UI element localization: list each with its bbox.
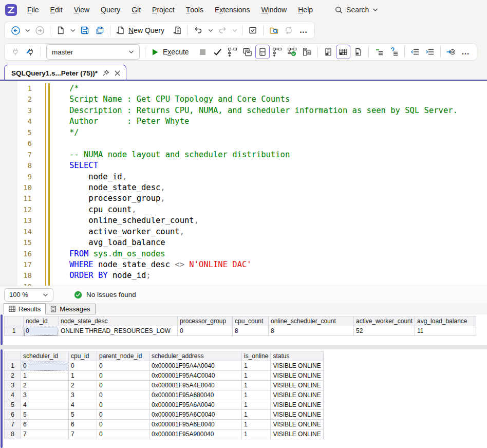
menu-window[interactable]: Window (255, 0, 292, 20)
grid-cell[interactable]: 11 (415, 326, 476, 336)
grid-cell[interactable]: 1 (242, 400, 271, 410)
grid-cell[interactable]: 8 (233, 326, 269, 336)
code-line[interactable]: 1/* (0, 83, 487, 94)
grid-cell[interactable]: 1 (21, 371, 69, 381)
code-line[interactable]: 2Script Name : Get CPU Topology and Core… (0, 94, 487, 105)
grid2-left-scrollbar[interactable] (1, 349, 3, 448)
grid-column-header[interactable]: cpu_id (69, 351, 97, 361)
grid-cell[interactable]: 0 (97, 410, 149, 420)
redo-history-chevron[interactable] (230, 23, 239, 38)
code-line[interactable]: 10 node_state_desc, (0, 182, 487, 193)
toolbar-overflow-button[interactable]: … (296, 23, 311, 38)
back-history-chevron[interactable] (23, 23, 32, 38)
menu-git[interactable]: Git (126, 0, 146, 20)
increase-indent-button[interactable] (423, 45, 437, 59)
results-to-text-button[interactable] (321, 45, 335, 59)
query-options-button[interactable] (240, 45, 255, 59)
change-connection-button[interactable] (23, 45, 38, 59)
code-line[interactable]: 14 active_worker_count, (0, 227, 487, 237)
code-line[interactable]: 16FROM sys.dm_os_nodes (0, 249, 487, 259)
grid-cell[interactable]: ONLINE THREAD_RESOURCES_LOW (59, 326, 178, 336)
grid-cell[interactable]: 0 (97, 371, 149, 381)
grid-cell[interactable]: 2 (21, 381, 69, 390)
menu-file[interactable]: File (22, 0, 45, 20)
grid-column-header[interactable]: is_online (242, 351, 271, 361)
grid-cell[interactable]: 0 (24, 326, 59, 336)
window-checkmark-button[interactable] (246, 23, 260, 38)
row-number-cell[interactable]: 1 (5, 361, 21, 371)
document-tab[interactable]: SQLQuery1.s...Peter (75))* (4, 65, 126, 81)
grid-cell[interactable]: VISIBLE ONLINE (271, 430, 323, 439)
grid-cell[interactable]: VISIBLE ONLINE (271, 390, 323, 400)
grid-cell[interactable]: 3 (69, 390, 97, 400)
grid-cell[interactable]: 52 (354, 326, 415, 336)
grid-column-header[interactable]: processor_group (178, 316, 233, 326)
connect-button[interactable] (8, 45, 23, 59)
database-engine-query-button[interactable] (170, 23, 184, 38)
code-line[interactable]: 6 (0, 138, 487, 149)
grid-cell[interactable]: VISIBLE ONLINE (271, 400, 323, 410)
grid-cell[interactable]: 1 (242, 410, 271, 420)
code-line[interactable]: 3Description : Returns CPU, NUMA, and sc… (0, 105, 487, 116)
menu-tools[interactable]: Tools (180, 0, 209, 20)
grid-cell[interactable]: VISIBLE ONLINE (271, 410, 323, 420)
row-number-cell[interactable]: 4 (5, 390, 21, 400)
grid-cell[interactable]: VISIBLE ONLINE (271, 420, 323, 430)
new-query-button[interactable]: New Query (114, 23, 170, 38)
grid-cell[interactable]: 5 (21, 410, 69, 420)
code-line[interactable]: 7-- NUMA node layout and scheduler distr… (0, 150, 487, 160)
code-line[interactable]: 12 cpu_count, (0, 204, 487, 215)
code-line[interactable]: 11 processor_group, (0, 193, 487, 204)
sync-button[interactable] (282, 23, 296, 38)
grid-column-header[interactable]: node_state_desc (59, 316, 178, 326)
grid-cell[interactable]: VISIBLE ONLINE (271, 361, 323, 371)
new-file-button[interactable] (53, 23, 68, 38)
estimated-plan-button[interactable] (226, 45, 240, 59)
row-number-cell[interactable]: 7 (5, 420, 21, 430)
close-tab-icon[interactable] (114, 70, 121, 77)
menu-edit[interactable]: Edit (45, 0, 68, 20)
row-number-cell[interactable]: 1 (5, 326, 24, 336)
grid-column-header[interactable]: status (271, 351, 323, 361)
grid-cell[interactable]: VISIBLE ONLINE (271, 381, 323, 390)
grid-cell[interactable]: 7 (69, 430, 97, 439)
code-line[interactable]: 19 (0, 282, 487, 286)
live-query-stats-button[interactable] (285, 45, 299, 59)
grid-column-header[interactable]: cpu_count (233, 316, 269, 326)
zoom-level-dropdown[interactable]: 100 % (4, 288, 53, 302)
grid-cell[interactable]: 1 (242, 371, 271, 381)
save-button[interactable] (78, 23, 92, 38)
grid-cell[interactable]: 0 (97, 400, 149, 410)
client-statistics-button[interactable] (300, 45, 314, 59)
row-number-cell[interactable]: 8 (5, 430, 21, 439)
row-number-cell[interactable]: 5 (5, 400, 21, 410)
grid-cell[interactable]: 0x000001F95A6C0040 (149, 410, 242, 420)
new-file-chevron[interactable] (68, 23, 77, 38)
row-number-cell[interactable]: 6 (5, 410, 21, 420)
code-line[interactable]: 17WHERE node_state_desc <> N'ONLINE DAC' (0, 259, 487, 270)
results-to-grid-button[interactable] (336, 45, 350, 59)
menu-extensions[interactable]: Extensions (209, 0, 256, 20)
grid-cell[interactable]: 2 (69, 381, 97, 390)
grid-cell[interactable]: 0 (178, 326, 233, 336)
grid-column-header[interactable]: avg_load_balance (415, 316, 476, 326)
grid-cell[interactable]: 4 (69, 400, 97, 410)
grid1-left-scrollbar[interactable] (1, 314, 3, 345)
database-combobox[interactable]: master (46, 44, 140, 60)
search-control[interactable]: Search (332, 4, 381, 15)
save-all-button[interactable] (92, 23, 107, 38)
grid-cell[interactable]: 0x000001F95A4E0040 (149, 381, 242, 390)
execute-button[interactable]: Execute (148, 45, 195, 59)
row-number-cell[interactable]: 2 (5, 371, 21, 381)
grid-cell[interactable]: 0 (97, 361, 149, 371)
grid-cell[interactable]: 8 (269, 326, 354, 336)
grid-column-header[interactable]: online_scheduler_count (269, 316, 354, 326)
grid-cell[interactable]: 7 (21, 430, 69, 439)
code-line[interactable]: 18ORDER BY node_id; (0, 270, 487, 281)
grid-cell[interactable]: 0x000001F95A4C0040 (149, 371, 242, 381)
navigate-back-button[interactable] (8, 23, 23, 38)
grid-corner-cell[interactable] (5, 351, 21, 361)
grid-cell[interactable]: 0 (97, 420, 149, 430)
code-line[interactable]: 9 node_id, (0, 172, 487, 182)
grid-cell[interactable]: 0 (97, 430, 149, 439)
